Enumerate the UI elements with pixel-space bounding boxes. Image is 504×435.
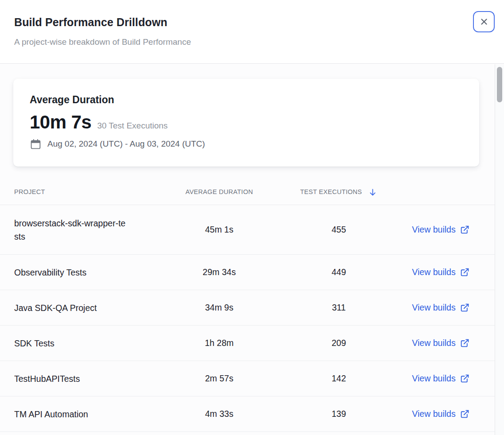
average-duration-card: Average Duration 10m 7s 30 Test Executio… [13,79,479,167]
avg-duration-value: 1h 28m [162,338,277,348]
external-link-icon [460,374,469,383]
scrollbar-track[interactable] [495,64,504,435]
test-executions-value: 455 [277,225,401,235]
view-builds-link[interactable]: View builds [412,338,469,348]
column-header-test-executions-label: TEST EXECUTIONS [300,188,362,195]
scrollbar-thumb[interactable] [497,67,502,102]
table-row: SDK Tests1h 28m209View builds [0,326,495,361]
view-builds-label: View builds [412,225,455,235]
project-name: SDK Tests [14,337,54,350]
test-executions-value: 311 [277,303,401,313]
view-builds-link[interactable]: View builds [412,303,469,313]
date-range-row: Aug 02, 2024 (UTC) - Aug 03, 2024 (UTC) [30,138,466,150]
close-button[interactable] [473,11,495,32]
modal-body: Average Duration 10m 7s 30 Test Executio… [0,64,495,435]
view-builds-link[interactable]: View builds [412,225,469,235]
view-builds-label: View builds [412,409,455,419]
view-builds-link[interactable]: View builds [412,373,469,384]
calendar-icon [30,138,42,150]
view-builds-label: View builds [412,373,455,384]
view-builds-label: View builds [412,267,455,277]
projects-table: PROJECT AVERAGE DURATION TEST EXECUTIONS… [0,179,495,432]
header-divider [0,63,504,64]
table-header-row: PROJECT AVERAGE DURATION TEST EXECUTIONS [0,179,495,205]
external-link-icon [460,268,469,277]
table-row: Observability Tests29m 34s449View builds [0,255,495,290]
project-name: Java SDK-QA Project [14,301,97,315]
avg-duration-value: 4m 33s [162,409,277,419]
view-builds-label: View builds [412,303,455,313]
page-subtitle: A project-wise breakdown of Build Perfor… [14,37,490,47]
test-executions-value: 449 [277,267,401,277]
column-header-project[interactable]: PROJECT [14,188,162,195]
test-executions-value: 139 [277,409,401,419]
project-name: TM API Automation [14,408,88,421]
page-title: Build Performance Drilldown [14,15,490,29]
column-header-test-executions[interactable]: TEST EXECUTIONS [277,186,401,197]
view-builds-label: View builds [412,338,455,348]
average-duration-value: 10m 7s [30,112,91,132]
view-builds-link[interactable]: View builds [412,267,469,277]
project-name: Observability Tests [14,266,86,279]
avg-duration-value: 2m 57s [162,373,277,384]
build-performance-drilldown-modal: Build Performance Drilldown A project-wi… [0,0,504,64]
test-executions-value: 209 [277,338,401,348]
table-row: TM API Automation4m 33s139View builds [0,396,495,432]
column-header-average-duration[interactable]: AVERAGE DURATION [162,188,277,195]
table-row: browserstack-sdk-wrapper-tests45m 1s455V… [0,205,495,255]
date-range: Aug 02, 2024 (UTC) - Aug 03, 2024 (UTC) [47,139,205,149]
table-row: TestHubAPITests2m 57s142View builds [0,361,495,396]
modal-header: Build Performance Drilldown A project-wi… [0,0,504,63]
average-duration-row: 10m 7s 30 Test Executions [30,112,466,132]
close-icon [479,16,489,27]
view-builds-link[interactable]: View builds [412,409,469,419]
external-link-icon [460,225,469,234]
project-name: browserstack-sdk-wrapper-tests [14,217,128,243]
avg-duration-value: 34m 9s [162,303,277,313]
test-executions-value: 142 [277,373,401,384]
project-name: TestHubAPITests [14,372,80,385]
sort-desc-arrow-icon [368,188,377,197]
avg-duration-value: 45m 1s [162,225,277,235]
avg-duration-value: 29m 34s [162,267,277,277]
external-link-icon [460,303,469,312]
test-executions-count: 30 Test Executions [97,121,167,131]
external-link-icon [460,409,469,419]
card-title: Average Duration [30,93,466,106]
table-row: Java SDK-QA Project34m 9s311View builds [0,290,495,326]
external-link-icon [460,338,469,348]
table-body: browserstack-sdk-wrapper-tests45m 1s455V… [0,205,495,432]
